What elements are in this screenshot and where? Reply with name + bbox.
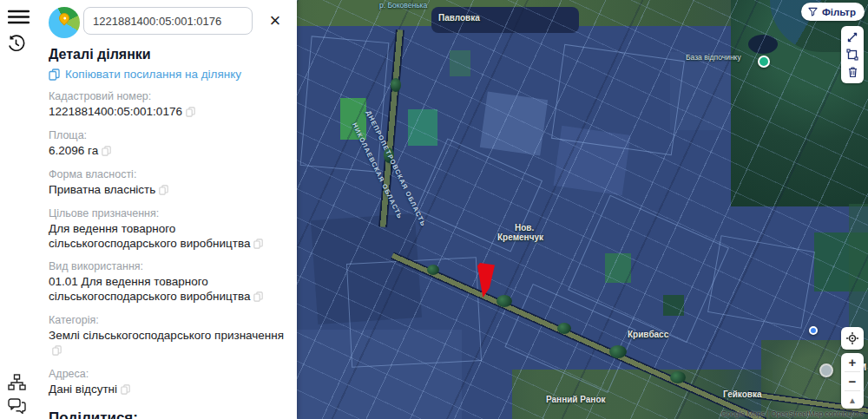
map-parcel-outline — [707, 235, 815, 329]
sitemap-icon[interactable] — [8, 374, 26, 395]
copy-icon[interactable] — [253, 291, 263, 302]
copy-icon[interactable] — [253, 239, 263, 249]
filter-funnel-icon — [808, 7, 818, 16]
map-label-settlement: Павловка — [438, 13, 480, 23]
draw-area-icon — [846, 49, 858, 61]
zoom-in-button[interactable]: + — [841, 353, 864, 371]
field-value-text: Приватна власність — [49, 183, 155, 196]
map-parcel-outline — [551, 44, 685, 155]
field-ownership: Форма власності: Приватна власність — [49, 168, 290, 198]
panel-title: Деталі ділянки — [49, 47, 290, 62]
copy-icon — [49, 69, 60, 81]
field-value: 01.01 Для ведення товарного сільськогосп… — [49, 275, 290, 304]
map-label-poi: База відпочинку — [686, 53, 741, 62]
map-trees — [557, 323, 571, 334]
field-address: Адреса: Дані відсутні — [49, 368, 290, 397]
copy-parcel-link[interactable]: Копіювати посилання на ділянку — [49, 68, 290, 81]
locate-target-icon — [845, 331, 859, 345]
field-category: Категорія: Землі сільськогосподарського … — [49, 314, 290, 358]
copy-icon[interactable] — [102, 146, 111, 156]
map-label-settlement: Кременчук — [497, 232, 543, 242]
map-label-settlement: Гейковка — [723, 390, 762, 399]
copy-icon[interactable] — [52, 345, 62, 356]
trash-icon — [847, 66, 858, 78]
close-panel-button[interactable]: × — [265, 10, 286, 31]
cadastral-search-input[interactable] — [83, 7, 253, 35]
panel-header: × — [49, 7, 290, 38]
map-label-settlement: Кривбасс — [628, 330, 668, 339]
map-attribution: Google Maps | OpenStreetMap contributors — [719, 409, 866, 419]
field-label: Цільове призначення: — [49, 207, 290, 219]
delete-drawing-button[interactable] — [842, 63, 863, 81]
map-label-settlement: Нов. — [515, 223, 534, 232]
draw-area-button[interactable] — [842, 46, 863, 63]
map-trees — [609, 345, 627, 358]
field-label: Категорія: — [49, 314, 290, 326]
poi-marker-grey — [819, 363, 833, 377]
field-value: Для ведення товарного сільськогосподарсь… — [49, 222, 290, 252]
zoom-controls: + − ▲ — [841, 353, 864, 409]
map-trees — [496, 295, 512, 307]
map-trees — [391, 78, 401, 92]
field-value: 6.2096 га — [49, 144, 290, 159]
field-value: 1221881400:05:001:0176 — [49, 105, 290, 120]
copy-parcel-link-label: Копіювати посилання на ділянку — [65, 68, 241, 81]
compass-north-button[interactable]: ▲ — [841, 391, 864, 409]
field-designated-purpose: Цільове призначення: Для ведення товарно… — [49, 207, 290, 252]
copy-icon[interactable] — [186, 107, 195, 117]
parcel-details-panel: × Деталі ділянки Копіювати посилання на … — [0, 0, 297, 419]
panel-content: × Деталі ділянки Копіювати посилання на … — [49, 7, 290, 419]
field-label: Кадастровий номер: — [49, 90, 290, 102]
field-value-text: Дані відсутні — [49, 383, 117, 396]
field-value-text: Для ведення товарного сільськогосподарсь… — [49, 222, 250, 250]
history-icon[interactable] — [7, 35, 25, 56]
filter-button-label: Фільтр — [822, 7, 856, 17]
zoom-out-button[interactable]: − — [841, 372, 864, 390]
field-value: Приватна власність — [49, 183, 290, 198]
field-cadastral-number: Кадастровий номер: 1221881400:05:001:017… — [49, 90, 290, 120]
poi-marker-green[interactable] — [758, 56, 770, 68]
map-pin-icon — [57, 11, 72, 26]
map-canvas[interactable]: р. Боковенька Павловка База відпочинку Д… — [297, 0, 868, 419]
map-trees — [427, 265, 439, 275]
field-value-text: Землі сільськогосподарського призначення — [49, 329, 284, 342]
field-label: Адреса: — [49, 368, 290, 380]
copy-icon[interactable] — [159, 185, 168, 195]
field-area: Площа: 6.2096 га — [49, 129, 290, 159]
measure-icon — [846, 31, 858, 43]
filter-button[interactable]: Фільтр — [801, 3, 865, 21]
share-section-title: Поділитися: — [49, 409, 290, 419]
copy-icon[interactable] — [121, 384, 130, 395]
cadastral-map-app: р. Боковенька Павловка База відпочинку Д… — [0, 0, 868, 419]
app-logo[interactable] — [49, 7, 80, 38]
my-location-button[interactable] — [841, 327, 864, 350]
chat-icon[interactable] — [8, 398, 26, 418]
field-usage-type: Вид використання: 01.01 Для ведення това… — [49, 260, 290, 304]
map-trees — [670, 371, 686, 383]
poi-marker-blue[interactable] — [809, 326, 818, 335]
field-label: Форма власності: — [49, 168, 290, 180]
field-label: Вид використання: — [49, 260, 290, 272]
map-parcel-outline — [300, 36, 390, 172]
menu-icon[interactable] — [8, 10, 30, 28]
measure-distance-button[interactable] — [842, 29, 863, 46]
field-value-text: 6.2096 га — [49, 144, 98, 157]
draw-tools-panel — [841, 26, 864, 83]
map-parcel-outline — [346, 257, 482, 368]
field-value-text: 1221881400:05:001:0176 — [49, 105, 182, 118]
field-label: Площа: — [49, 129, 290, 141]
field-value: Дані відсутні — [49, 383, 290, 397]
field-value-text: 01.01 Для ведення товарного сільськогосп… — [49, 275, 250, 303]
field-value: Землі сільськогосподарського призначення — [49, 329, 290, 358]
map-label-settlement: Ранний Ранок — [546, 395, 606, 404]
map-label-river: р. Боковенька — [379, 1, 427, 10]
